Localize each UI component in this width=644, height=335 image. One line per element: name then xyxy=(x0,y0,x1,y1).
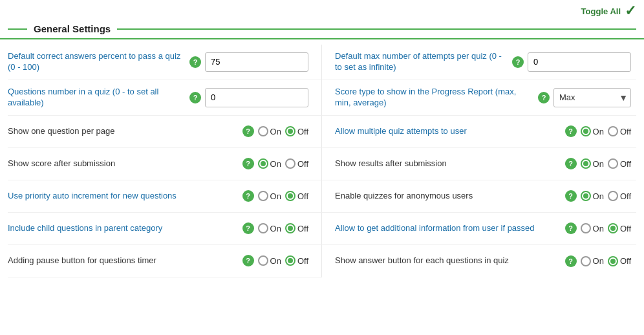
setting-control-right-1: Max ▼ xyxy=(553,88,631,107)
radio-off-label-right-5[interactable]: Off xyxy=(608,223,631,233)
help-icon-right-6[interactable]: ? xyxy=(565,255,577,267)
radio-off-right-3[interactable] xyxy=(608,158,618,169)
setting-label-right-3: Show results after submission xyxy=(335,158,561,169)
setting-label-right-4: Enable quizzes for anonymous users xyxy=(335,191,561,202)
radio-off-label-right-2[interactable]: Off xyxy=(608,126,631,136)
radio-off-right-4[interactable] xyxy=(608,191,618,201)
radio-on-right-4[interactable] xyxy=(581,191,591,201)
setting-control-left-6: On Off xyxy=(258,255,308,266)
radio-on-label-right-2[interactable]: On xyxy=(581,126,604,136)
radio-on-left-5[interactable] xyxy=(258,223,268,233)
setting-control-left-0 xyxy=(205,52,308,72)
help-icon-right-1[interactable]: ? xyxy=(538,92,550,103)
setting-label-left-1: Questions number in a quiz (0 - to set a… xyxy=(8,87,186,109)
setting-row-right-1: Score type to show in the Progress Repor… xyxy=(322,80,636,116)
select-right-1[interactable]: Max ▼ xyxy=(553,88,631,107)
radio-off-label-right-4[interactable]: Off xyxy=(608,191,631,201)
radio-off-label-left-3[interactable]: Off xyxy=(285,158,308,169)
radio-off-text-right-2: Off xyxy=(620,127,631,136)
help-icon-left-4[interactable]: ? xyxy=(242,190,254,202)
help-icon-right-5[interactable]: ? xyxy=(565,222,577,234)
help-icon-left-1[interactable]: ? xyxy=(189,92,201,103)
radio-off-left-4[interactable] xyxy=(285,191,295,201)
help-icon-left-5[interactable]: ? xyxy=(242,222,254,234)
radio-off-label-right-3[interactable]: Off xyxy=(608,158,631,169)
radio-on-left-6[interactable] xyxy=(258,255,268,266)
radio-group-right-5: On Off xyxy=(581,223,631,233)
radio-on-label-left-4[interactable]: On xyxy=(258,191,281,201)
input-left-1[interactable] xyxy=(205,88,308,107)
help-icon-right-4[interactable]: ? xyxy=(565,190,577,202)
radio-off-text-right-4: Off xyxy=(620,191,631,201)
section-line-left xyxy=(8,28,27,30)
radio-off-left-2[interactable] xyxy=(285,126,295,136)
radio-on-label-left-2[interactable]: On xyxy=(258,126,281,136)
help-icon-right-2[interactable]: ? xyxy=(565,125,577,137)
radio-on-label-right-4[interactable]: On xyxy=(581,191,604,201)
help-icon-left-6[interactable]: ? xyxy=(242,255,254,266)
radio-on-label-left-5[interactable]: On xyxy=(258,223,281,233)
radio-off-label-right-6[interactable]: Off xyxy=(608,256,631,266)
help-icon-left-0[interactable]: ? xyxy=(189,56,201,68)
setting-control-right-6: On Off xyxy=(581,256,631,266)
section-title: General Settings xyxy=(34,23,111,34)
setting-label-right-2: Allow multiple quiz attempts to user xyxy=(335,126,561,137)
setting-row-left-2: Show one question per page ? On Off xyxy=(8,116,322,148)
setting-control-right-4: On Off xyxy=(581,191,631,201)
radio-on-right-3[interactable] xyxy=(581,158,591,169)
radio-on-text-left-4: On xyxy=(270,191,281,201)
radio-off-right-5[interactable] xyxy=(608,223,618,233)
radio-off-label-left-2[interactable]: Off xyxy=(285,126,308,136)
radio-on-label-left-6[interactable]: On xyxy=(258,255,281,266)
radio-off-left-6[interactable] xyxy=(285,255,295,266)
setting-control-left-2: On Off xyxy=(258,126,308,136)
radio-group-right-4: On Off xyxy=(581,191,631,201)
setting-row-right-6: Show answer button for each questions in… xyxy=(322,245,636,277)
radio-on-right-5[interactable] xyxy=(581,223,591,233)
toggle-all-checkmark: ✓ xyxy=(625,4,636,18)
radio-off-text-right-3: Off xyxy=(620,159,631,169)
radio-on-right-2[interactable] xyxy=(581,126,591,136)
setting-control-right-2: On Off xyxy=(581,126,631,136)
radio-group-right-2: On Off xyxy=(581,126,631,136)
help-icon-right-3[interactable]: ? xyxy=(565,158,577,169)
radio-off-label-left-6[interactable]: Off xyxy=(285,255,308,266)
section-line-right xyxy=(117,28,636,30)
settings-grid: Default correct answers percent to pass … xyxy=(0,45,644,277)
radio-on-label-left-3[interactable]: On xyxy=(258,158,281,169)
help-icon-left-2[interactable]: ? xyxy=(242,125,254,137)
input-right-0[interactable] xyxy=(528,52,631,72)
radio-off-right-2[interactable] xyxy=(608,126,618,136)
radio-off-right-6[interactable] xyxy=(608,256,618,266)
setting-label-right-5: Allow to get additional information from… xyxy=(335,223,561,234)
setting-label-right-1: Score type to show in the Progress Repor… xyxy=(335,87,534,109)
radio-on-label-right-5[interactable]: On xyxy=(581,223,604,233)
help-icon-right-0[interactable]: ? xyxy=(512,56,524,68)
radio-on-left-4[interactable] xyxy=(258,191,268,201)
radio-off-text-left-4: Off xyxy=(297,191,308,201)
setting-control-left-5: On Off xyxy=(258,223,308,233)
radio-group-left-6: On Off xyxy=(258,255,308,266)
radio-on-left-2[interactable] xyxy=(258,126,268,136)
input-left-0[interactable] xyxy=(205,52,308,72)
radio-off-label-left-5[interactable]: Off xyxy=(285,223,308,233)
radio-off-left-5[interactable] xyxy=(285,223,295,233)
setting-label-right-0: Default max number of attempts per quiz … xyxy=(335,51,508,73)
radio-on-label-right-6[interactable]: On xyxy=(581,256,604,266)
radio-on-text-right-6: On xyxy=(593,256,604,266)
radio-group-right-6: On Off xyxy=(581,256,631,266)
radio-on-right-6[interactable] xyxy=(581,256,591,266)
radio-off-label-left-4[interactable]: Off xyxy=(285,191,308,201)
radio-off-text-right-6: Off xyxy=(620,256,631,266)
radio-on-label-right-3[interactable]: On xyxy=(581,158,604,169)
setting-control-right-3: On Off xyxy=(581,158,631,169)
setting-row-left-6: Adding pause button for questions timer … xyxy=(8,245,322,277)
setting-row-left-0: Default correct answers percent to pass … xyxy=(8,45,322,80)
help-icon-left-3[interactable]: ? xyxy=(242,158,254,169)
radio-on-left-3[interactable] xyxy=(258,158,268,169)
toggle-all-label[interactable]: Toggle All xyxy=(581,6,621,16)
setting-label-left-2: Show one question per page xyxy=(8,126,239,137)
select-value-right-1: Max xyxy=(559,92,575,102)
radio-off-left-3[interactable] xyxy=(285,158,295,169)
radio-group-right-3: On Off xyxy=(581,158,631,169)
